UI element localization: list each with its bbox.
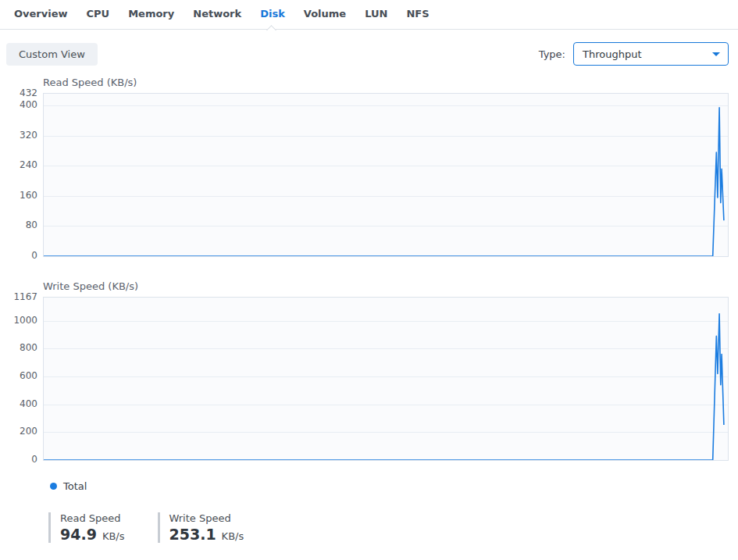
chart-row: 080160240320400432 [0,93,729,257]
custom-view-button[interactable]: Custom View [6,43,98,66]
y-tick-label: 0 [31,454,37,465]
read-speed-stat: Read Speed 94.9 KB/s [48,512,125,543]
type-select-value: Throughput [583,48,642,60]
stat-unit: KB/s [102,530,125,542]
y-tick-label: 80 [26,219,37,230]
tab-overview[interactable]: Overview [14,0,68,30]
chart-canvas [44,94,728,256]
type-selector-group: Type: Throughput [539,42,729,66]
read-speed-chart: Read Speed (KB/s) 080160240320400432 [0,77,738,257]
y-tick-label: 0 [31,250,37,261]
series-line-total [44,108,724,256]
tab-disk-label: Disk [260,8,285,20]
stat-value: 94.9 [60,526,97,543]
chart-legend: Total [50,480,738,492]
stat-value: 253.1 [169,526,216,543]
y-tick-label: 400 [20,99,37,110]
y-axis-labels: 020040060080010001167 [0,297,43,461]
type-select[interactable]: Throughput [573,42,729,66]
active-tab-notch [266,25,276,35]
chart-canvas [44,298,728,460]
tab-nfs[interactable]: NFS [406,0,429,30]
tab-network[interactable]: Network [193,0,241,30]
chart-row: 020040060080010001167 [0,297,729,461]
legend-label: Total [63,480,87,492]
chart-title: Write Speed (KB/s) [43,280,738,293]
y-tick-label: 600 [20,370,37,381]
tab-bar: Overview CPU Memory Network Disk Volume … [0,0,738,30]
stat-unit: KB/s [222,530,244,542]
y-axis-labels: 080160240320400432 [0,93,43,257]
tab-disk[interactable]: Disk [260,0,285,30]
tab-cpu[interactable]: CPU [87,0,110,30]
type-label: Type: [539,48,565,60]
y-tick-label: 432 [20,87,37,98]
y-tick-label: 160 [20,190,37,201]
tab-lun[interactable]: LUN [365,0,387,30]
toolbar: Custom View Type: Throughput [0,42,738,66]
chevron-down-icon [712,52,720,56]
tab-memory[interactable]: Memory [128,0,174,30]
y-tick-label: 200 [20,426,37,437]
stat-label: Read Speed [60,512,125,524]
y-tick-label: 400 [20,398,37,409]
tab-volume[interactable]: Volume [304,0,346,30]
y-tick-label: 320 [20,130,37,141]
stat-value-row: 253.1 KB/s [169,526,244,543]
series-line-total [44,314,724,460]
y-tick-label: 240 [20,159,37,170]
plot-area [43,297,729,461]
plot-area [43,93,729,257]
legend-dot-icon [50,483,57,490]
write-speed-stat: Write Speed 253.1 KB/s [158,512,244,543]
current-stats: Read Speed 94.9 KB/s Write Speed 253.1 K… [48,512,738,543]
stat-value-row: 94.9 KB/s [60,526,125,543]
stat-label: Write Speed [169,512,244,524]
y-tick-label: 1000 [13,315,37,326]
chart-title: Read Speed (KB/s) [43,77,738,89]
resource-monitor-page: Overview CPU Memory Network Disk Volume … [0,0,738,560]
y-tick-label: 1167 [13,291,37,302]
y-tick-label: 800 [20,342,37,353]
write-speed-chart: Write Speed (KB/s) 020040060080010001167 [0,280,738,461]
